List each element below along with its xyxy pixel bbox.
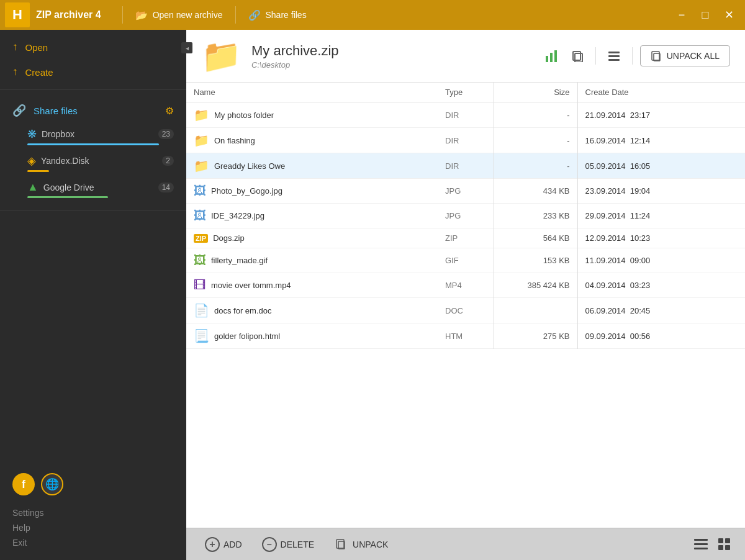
yandex-item[interactable]: ◈ Yandex.Disk 2: [0, 150, 186, 177]
svg-rect-0: [546, 56, 548, 62]
file-table-wrapper: Name Type Size Create Date 📁 My photos f…: [186, 83, 745, 528]
file-size-cell: -: [494, 102, 577, 128]
svg-rect-18: [725, 545, 730, 550]
table-row[interactable]: 📁 Greaddy Likes Owe DIR - 05.09.2014 16:…: [186, 153, 745, 179]
share-files-button[interactable]: 🔗 Share files: [238, 6, 317, 25]
sidebar-collapse-button[interactable]: ◂: [181, 42, 192, 53]
dropbox-progress-bar: [27, 143, 159, 145]
yandex-icon: ◈: [27, 154, 36, 168]
dropbox-label: Dropbox: [42, 129, 153, 139]
close-button[interactable]: ✕: [718, 4, 740, 26]
yandex-label: Yandex.Disk: [41, 156, 157, 166]
share-files-label: Share files: [266, 10, 307, 20]
settings-link[interactable]: Settings: [12, 505, 174, 520]
minimize-button[interactable]: −: [670, 4, 693, 26]
table-row[interactable]: 🖼 fillerty_made.gif GIF 153 KB 11.09.201…: [186, 248, 745, 273]
archive-path: C:\desktop: [251, 60, 531, 70]
file-date-cell: 16.09.2014 12:14: [577, 128, 745, 153]
file-type-cell: GIF: [438, 248, 494, 273]
file-name-cell: 🖼 IDE_34229.jpg: [186, 204, 438, 228]
maximize-button[interactable]: □: [694, 4, 716, 26]
exit-link[interactable]: Exit: [12, 535, 174, 550]
file-name-cell: 🖼 fillerty_made.gif: [186, 248, 438, 273]
sidebar-divider2: [0, 210, 186, 211]
table-row[interactable]: 📃 golder folipon.html HTM 275 KB 09.09.2…: [186, 323, 745, 349]
open-archive-button[interactable]: 📂 Open new archive: [125, 6, 233, 25]
action-divider2: [632, 47, 633, 65]
archive-header: 📁 My archive.zip C:\desktop: [186, 30, 745, 83]
file-date-cell: 12.09.2014 10:23: [577, 228, 745, 248]
col-size-header[interactable]: Size: [494, 83, 577, 102]
file-name-cell: ZIP Dogs.zip: [186, 228, 438, 248]
open-archive-label: Open new archive: [153, 10, 223, 20]
dropbox-item[interactable]: ❋ Dropbox 23: [0, 124, 186, 150]
col-name-header[interactable]: Name: [186, 83, 438, 102]
list-icon[interactable]: [603, 45, 625, 66]
col-type-header[interactable]: Type: [438, 83, 494, 102]
svg-rect-1: [550, 53, 553, 62]
unpack-icon: [334, 537, 349, 552]
add-icon: +: [205, 537, 220, 552]
svg-rect-5: [608, 52, 620, 53]
file-type-cell: HTM: [438, 323, 494, 349]
open-icon: ↑: [12, 41, 18, 53]
col-date-header[interactable]: Create Date: [577, 83, 745, 102]
titlebar-divider: [122, 6, 123, 24]
grid-view-button[interactable]: [714, 534, 735, 555]
file-name-cell: 📁 On flashing: [186, 128, 438, 153]
file-date-cell: 04.09.2014 03:23: [577, 273, 745, 298]
file-size-cell: -: [494, 128, 577, 153]
titlebar: H ZIP archiver 4 📂 Open new archive 🔗 Sh…: [0, 0, 745, 30]
file-type-cell: DIR: [438, 153, 494, 179]
gear-icon[interactable]: ⚙: [165, 105, 174, 117]
help-link[interactable]: Help: [12, 520, 174, 535]
app-logo: H: [5, 2, 30, 27]
delete-label: DELETE: [281, 540, 314, 549]
facebook-button[interactable]: f: [12, 473, 35, 495]
copy-icon[interactable]: [567, 45, 588, 66]
file-name-cell: 📁 My photos folder: [186, 102, 438, 128]
app-name: ZIP archiver 4: [36, 9, 101, 20]
sidebar-item-open[interactable]: ↑ Open: [0, 35, 174, 60]
file-size-cell: 153 KB: [494, 248, 577, 273]
table-row[interactable]: 📁 My photos folder DIR - 21.09.2014 23:1…: [186, 102, 745, 128]
table-row[interactable]: 🎞 movie over tomm.mp4 MP4 385 424 KB 04.…: [186, 273, 745, 298]
add-button[interactable]: + ADD: [196, 533, 251, 556]
svg-rect-10: [336, 540, 344, 548]
unpack-label: UNPACK: [353, 540, 388, 549]
main-layout: ↑ Open ↑ Create ◂ 🔗 Share files ⚙ ❋ Drop…: [0, 30, 745, 560]
stats-icon[interactable]: [541, 45, 562, 66]
sidebar: ↑ Open ↑ Create ◂ 🔗 Share files ⚙ ❋ Drop…: [0, 30, 186, 560]
table-row[interactable]: 🖼 Photo_by_Gogo.jpg JPG 434 KB 23.09.201…: [186, 179, 745, 204]
unpack-all-button[interactable]: UNPACK ALL: [640, 45, 730, 66]
website-button[interactable]: 🌐: [41, 473, 63, 495]
create-icon: ↑: [12, 66, 18, 78]
gdrive-item[interactable]: ▲ Google Drive 14: [0, 177, 186, 203]
file-type-cell: MP4: [438, 273, 494, 298]
svg-rect-8: [652, 52, 659, 60]
svg-rect-17: [718, 545, 723, 550]
svg-rect-13: [694, 543, 708, 545]
social-icons: f 🌐: [12, 473, 174, 495]
sidebar-item-create[interactable]: ↑ Create: [0, 60, 174, 84]
file-size-cell: 233 KB: [494, 204, 577, 228]
unpack-button[interactable]: UNPACK: [325, 533, 397, 556]
open-label: Open: [25, 42, 48, 53]
file-size-cell: [494, 298, 577, 323]
file-type-cell: DOC: [438, 298, 494, 323]
titlebar-divider2: [235, 6, 236, 24]
dropbox-icon: ❋: [27, 127, 37, 141]
file-date-cell: 21.09.2014 23:17: [577, 102, 745, 128]
add-label: ADD: [224, 540, 242, 549]
delete-button[interactable]: − DELETE: [253, 533, 323, 556]
list-view-button[interactable]: [690, 534, 711, 555]
archive-actions: UNPACK ALL: [541, 45, 730, 66]
table-row[interactable]: 🖼 IDE_34229.jpg JPG 233 KB 29.09.2014 11…: [186, 204, 745, 228]
table-row[interactable]: 📄 docs for em.doc DOC 06.09.2014 20:45: [186, 298, 745, 323]
table-row[interactable]: 📁 On flashing DIR - 16.09.2014 12:14: [186, 128, 745, 153]
table-row[interactable]: ZIP Dogs.zip ZIP 564 KB 12.09.2014 10:23: [186, 228, 745, 248]
file-name-cell: 🎞 movie over tomm.mp4: [186, 273, 438, 298]
share-files-nav-item[interactable]: 🔗 Share files ⚙: [0, 97, 186, 124]
svg-rect-15: [718, 538, 723, 543]
create-label: Create: [25, 67, 53, 78]
